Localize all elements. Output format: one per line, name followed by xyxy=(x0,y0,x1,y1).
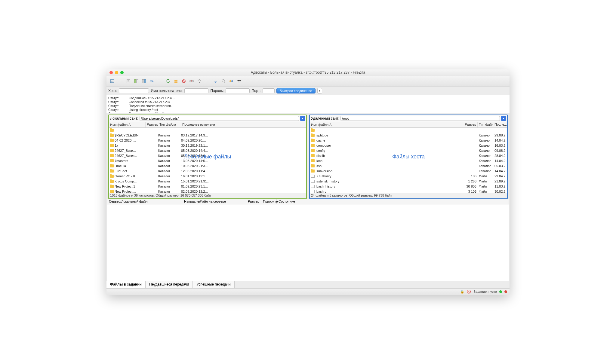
reconnect-icon[interactable] xyxy=(196,78,203,84)
local-col-modified[interactable]: Последнее изменени xyxy=(181,122,306,127)
user-input[interactable] xyxy=(184,88,208,93)
file-row[interactable]: $RECYCLE.BINКаталог03.12.2017 14:3... xyxy=(109,133,306,138)
remote-col-type[interactable]: Тип файла xyxy=(478,122,493,127)
app-window: Адвокаты - Больная виртуалка - sftp://ro… xyxy=(106,69,510,295)
file-row[interactable]: .asterisk_history1 266Файл21.09.2 xyxy=(310,179,507,184)
local-header[interactable]: Имя файла ᐱ Размер Тип файла Последнее и… xyxy=(109,122,306,128)
svg-line-21 xyxy=(224,82,225,83)
compare-icon[interactable] xyxy=(228,78,235,84)
remote-col-name[interactable]: Имя файла ᐱ xyxy=(310,122,463,127)
message-log[interactable]: Статус:Соединяюсь с 95.213.217.237...Ста… xyxy=(106,95,510,113)
folder-icon xyxy=(110,180,114,183)
tab-queued[interactable]: Файлы в задании xyxy=(106,281,146,288)
disconnect-icon[interactable] xyxy=(188,78,195,84)
file-row[interactable]: .cacheКаталог14.04.2 xyxy=(310,138,507,143)
file-row[interactable]: .aptitudeКаталог29.08.2 xyxy=(310,133,507,138)
close-button[interactable] xyxy=(109,71,113,74)
forbidden-icon: 🚫 xyxy=(467,290,471,294)
file-row[interactable]: .. xyxy=(109,128,306,133)
file-name: 24627_Визи... xyxy=(109,149,144,152)
process-queue-icon[interactable] xyxy=(173,78,179,84)
local-path-input[interactable] xyxy=(140,116,299,121)
file-row[interactable]: Gamer PC - K...Каталог16.01.2020 19:1... xyxy=(109,174,306,179)
file-type: Каталог xyxy=(157,174,180,178)
file-row[interactable]: New Project 1Каталог01.02.2020 23:1... xyxy=(109,184,306,189)
file-row[interactable]: 24627_Визи...Каталог05.03.2020 14:4... xyxy=(109,148,306,153)
file-name: 04-02-2020_... xyxy=(109,139,144,142)
file-row[interactable]: .localКаталог14.04.2 xyxy=(310,158,507,164)
host-label: Хост: xyxy=(108,89,117,93)
local-path-dropdown[interactable]: ▼ xyxy=(300,116,305,121)
queue-col-remote[interactable]: Файл на сервере xyxy=(198,199,246,204)
file-name: .config xyxy=(310,149,463,152)
file-row[interactable]: .Xauthority106Файл29.04.2 xyxy=(310,174,507,179)
queue-col-state[interactable]: Состояние xyxy=(277,199,509,204)
file-name: .. xyxy=(310,128,463,132)
file-row[interactable]: .. xyxy=(310,128,507,133)
local-col-name[interactable]: Имя файла ᐱ xyxy=(109,122,146,127)
file-row[interactable]: 24627_Визит...Каталог05.03.2020 15:0... xyxy=(109,153,306,158)
pass-input[interactable] xyxy=(226,88,250,93)
site-manager-icon[interactable] xyxy=(109,78,116,84)
refresh-icon[interactable] xyxy=(165,78,171,84)
remote-col-modified[interactable]: После... xyxy=(493,122,507,127)
queue-col-priority[interactable]: Приорите xyxy=(261,199,277,204)
search-icon[interactable] xyxy=(220,78,227,84)
file-row[interactable]: .distlibКаталог28.04.2 xyxy=(310,153,507,158)
remote-file-list[interactable]: ...aptitudeКаталог29.08.2.cacheКаталог14… xyxy=(310,128,507,193)
file-row[interactable]: .subversionКаталог14.04.2 xyxy=(310,169,507,174)
queue-col-direction[interactable]: Направлен xyxy=(182,199,198,204)
queue-col-size[interactable]: Размер xyxy=(246,199,261,204)
file-row[interactable]: .bash_history30 806Файл11.03.2 xyxy=(310,184,507,189)
local-col-type[interactable]: Тип файла xyxy=(158,122,181,127)
file-row[interactable]: .composerКаталог16.03.2 xyxy=(310,143,507,148)
queue-header[interactable]: Сервер/Локальный файл Направлен Файл на … xyxy=(107,199,509,204)
toggle-remote-tree-icon[interactable] xyxy=(141,78,147,84)
file-row[interactable]: FireShotКаталог12.03.2020 11:4... xyxy=(109,169,306,174)
toggle-queue-icon[interactable] xyxy=(149,78,155,84)
file-date: 09.08.2 xyxy=(493,149,507,152)
port-input[interactable] xyxy=(263,88,275,93)
file-row[interactable]: 1xКаталог30.12.2019 22:1... xyxy=(109,143,306,148)
remote-col-size[interactable]: Размер xyxy=(463,122,478,127)
local-col-size[interactable]: Размер xyxy=(146,122,158,127)
folder-icon xyxy=(110,154,114,157)
local-file-list[interactable]: ..$RECYCLE.BINКаталог03.12.2017 14:3...0… xyxy=(109,128,306,193)
sync-browse-icon[interactable] xyxy=(236,78,242,84)
host-input[interactable] xyxy=(119,88,149,93)
file-type: Файл xyxy=(478,190,493,193)
file-row[interactable]: 7mastersКаталог13.03.2020 14:5... xyxy=(109,158,306,164)
remote-site-label: Удаленный сайт: xyxy=(311,116,339,121)
remote-path-row: Удаленный сайт: ▼ xyxy=(310,115,507,122)
tab-success[interactable]: Успешные передачи xyxy=(193,281,235,288)
queue-body[interactable] xyxy=(107,204,509,281)
quickconnect-button[interactable]: Быстрое соединение xyxy=(276,88,316,93)
toggle-log-icon[interactable] xyxy=(125,78,132,84)
file-row[interactable]: Krotus Comp...Каталог15.01.2020 21:31... xyxy=(109,179,306,184)
remote-path-input[interactable] xyxy=(340,116,500,121)
queue-col-server[interactable]: Сервер/Локальный файл xyxy=(107,199,182,204)
tab-failed[interactable]: Неудавшиеся передачи xyxy=(146,281,193,288)
file-row[interactable]: .sshКаталог05.03.2 xyxy=(310,164,507,169)
file-date: 02.02.2020 12:2... xyxy=(180,190,306,193)
transfer-tabs: Файлы в задании Неудавшиеся передачи Усп… xyxy=(106,281,510,288)
minimize-button[interactable] xyxy=(115,71,118,74)
remote-path-dropdown[interactable]: ▼ xyxy=(501,116,506,121)
file-date: 01.02.2020 23:1... xyxy=(180,185,306,188)
folder-icon xyxy=(110,190,114,193)
file-row[interactable]: 04-02-2020_...Каталог04.02.2020 20:... xyxy=(109,138,306,143)
maximize-button[interactable] xyxy=(120,71,124,74)
file-row[interactable]: .configКаталог09.08.2 xyxy=(310,148,507,153)
file-row[interactable]: DraculaКаталог10.03.2020 21:3... xyxy=(109,164,306,169)
cancel-icon[interactable] xyxy=(180,78,187,84)
file-row[interactable]: .bashrc3 106Файл30.02.2 xyxy=(310,189,507,193)
user-label: Имя пользователя: xyxy=(151,89,183,93)
local-pane: Локальные файлы Локальный сайт: ▼ Имя фа… xyxy=(108,115,307,199)
toggle-local-tree-icon[interactable] xyxy=(133,78,140,84)
filter-icon[interactable] xyxy=(212,78,219,84)
file-row[interactable]: New Project ...Каталог02.02.2020 12:2... xyxy=(109,189,306,193)
file-icon xyxy=(311,175,315,178)
remote-header[interactable]: Имя файла ᐱ Размер Тип файла После... xyxy=(310,122,507,128)
lock-icon: 🔒 xyxy=(460,290,464,294)
quickconnect-dropdown[interactable]: ▼ xyxy=(317,88,322,93)
